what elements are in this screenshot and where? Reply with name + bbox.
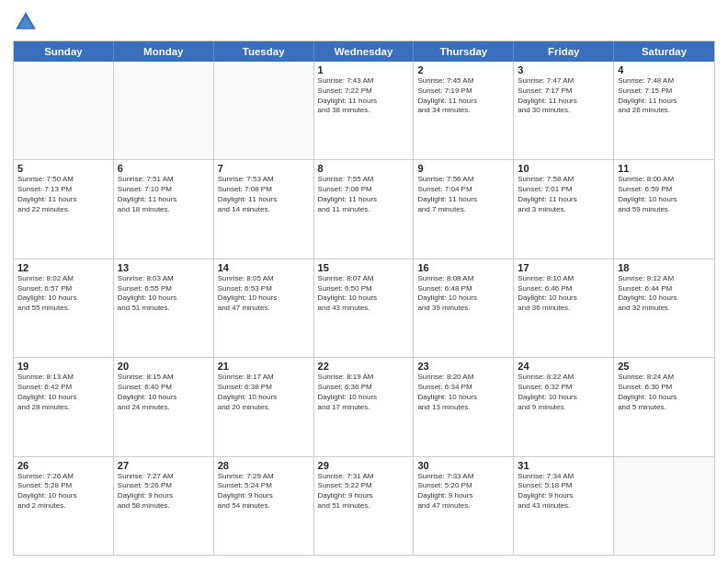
day-number: 25 (618, 361, 711, 372)
day-number: 23 (417, 361, 509, 372)
cell-daylight-info: Sunrise: 8:12 AM Sunset: 6:44 PM Dayligh… (618, 274, 711, 314)
day-number: 3 (518, 64, 609, 75)
calendar-cell: 11Sunrise: 8:00 AM Sunset: 6:59 PM Dayli… (614, 160, 714, 258)
calendar-cell (114, 62, 214, 159)
calendar-cell: 1Sunrise: 7:43 AM Sunset: 7:22 PM Daylig… (314, 62, 415, 159)
calendar-cell (214, 62, 314, 159)
logo-icon (13, 9, 39, 35)
day-number: 12 (17, 262, 109, 273)
calendar-cell: 6Sunrise: 7:51 AM Sunset: 7:10 PM Daylig… (114, 160, 214, 258)
cell-daylight-info: Sunrise: 8:20 AM Sunset: 6:34 PM Dayligh… (417, 373, 509, 412)
calendar-cell: 17Sunrise: 8:10 AM Sunset: 6:46 PM Dayli… (514, 259, 614, 357)
calendar-cell: 15Sunrise: 8:07 AM Sunset: 6:50 PM Dayli… (314, 259, 415, 357)
day-number: 6 (118, 163, 210, 174)
cell-daylight-info: Sunrise: 7:29 AM Sunset: 5:24 PM Dayligh… (218, 472, 310, 511)
logo (13, 9, 42, 35)
calendar-cell: 26Sunrise: 7:26 AM Sunset: 5:28 PM Dayli… (14, 457, 114, 555)
cell-daylight-info: Sunrise: 7:53 AM Sunset: 7:08 PM Dayligh… (218, 175, 310, 214)
day-number: 27 (118, 460, 210, 471)
calendar-cell: 5Sunrise: 7:50 AM Sunset: 7:13 PM Daylig… (14, 160, 114, 258)
day-number: 16 (417, 262, 509, 273)
cell-daylight-info: Sunrise: 8:10 AM Sunset: 6:46 PM Dayligh… (518, 274, 609, 314)
cell-daylight-info: Sunrise: 7:26 AM Sunset: 5:28 PM Dayligh… (17, 472, 109, 511)
day-number: 14 (218, 262, 310, 273)
cell-daylight-info: Sunrise: 8:15 AM Sunset: 6:40 PM Dayligh… (118, 373, 210, 412)
day-number: 22 (318, 361, 410, 372)
calendar-cell: 28Sunrise: 7:29 AM Sunset: 5:24 PM Dayli… (214, 457, 314, 555)
cell-daylight-info: Sunrise: 7:45 AM Sunset: 7:19 PM Dayligh… (417, 76, 509, 116)
day-number: 7 (218, 163, 310, 174)
day-number: 9 (417, 163, 509, 174)
cell-daylight-info: Sunrise: 7:43 AM Sunset: 7:22 PM Dayligh… (318, 76, 410, 116)
calendar-cell: 4Sunrise: 7:48 AM Sunset: 7:15 PM Daylig… (614, 62, 714, 159)
calendar-cell: 8Sunrise: 7:55 AM Sunset: 7:06 PM Daylig… (314, 160, 415, 258)
calendar-cell: 24Sunrise: 8:22 AM Sunset: 6:32 PM Dayli… (514, 358, 614, 455)
day-number: 26 (17, 460, 109, 471)
cell-daylight-info: Sunrise: 8:05 AM Sunset: 6:53 PM Dayligh… (218, 274, 310, 314)
header-day-tuesday: Tuesday (214, 41, 314, 62)
calendar-cell: 9Sunrise: 7:56 AM Sunset: 7:04 PM Daylig… (414, 160, 514, 258)
header-day-monday: Monday (114, 41, 214, 62)
day-number: 29 (318, 460, 410, 471)
cell-daylight-info: Sunrise: 7:58 AM Sunset: 7:01 PM Dayligh… (518, 175, 609, 214)
calendar-cell: 20Sunrise: 8:15 AM Sunset: 6:40 PM Dayli… (114, 358, 214, 455)
cell-daylight-info: Sunrise: 8:07 AM Sunset: 6:50 PM Dayligh… (318, 274, 410, 314)
calendar-cell: 12Sunrise: 8:02 AM Sunset: 6:57 PM Dayli… (14, 259, 114, 357)
calendar-cell: 18Sunrise: 8:12 AM Sunset: 6:44 PM Dayli… (614, 259, 714, 357)
calendar-cell: 23Sunrise: 8:20 AM Sunset: 6:34 PM Dayli… (414, 358, 514, 455)
header-day-thursday: Thursday (414, 41, 514, 62)
calendar-cell: 14Sunrise: 8:05 AM Sunset: 6:53 PM Dayli… (214, 259, 314, 357)
day-number: 28 (218, 460, 310, 471)
cell-daylight-info: Sunrise: 8:13 AM Sunset: 6:42 PM Dayligh… (17, 373, 109, 412)
cell-daylight-info: Sunrise: 7:34 AM Sunset: 5:18 PM Dayligh… (518, 472, 609, 511)
day-number: 5 (17, 163, 109, 174)
day-number: 11 (618, 163, 711, 174)
day-number: 4 (618, 64, 711, 75)
calendar: SundayMondayTuesdayWednesdayThursdayFrid… (13, 40, 715, 556)
calendar-week-4: 19Sunrise: 8:13 AM Sunset: 6:42 PM Dayli… (14, 358, 714, 456)
calendar-week-3: 12Sunrise: 8:02 AM Sunset: 6:57 PM Dayli… (14, 259, 714, 358)
cell-daylight-info: Sunrise: 8:03 AM Sunset: 6:55 PM Dayligh… (118, 274, 210, 314)
calendar-cell: 22Sunrise: 8:19 AM Sunset: 6:36 PM Dayli… (314, 358, 415, 455)
day-number: 21 (218, 361, 310, 372)
cell-daylight-info: Sunrise: 7:50 AM Sunset: 7:13 PM Dayligh… (17, 175, 109, 214)
cell-daylight-info: Sunrise: 8:00 AM Sunset: 6:59 PM Dayligh… (618, 175, 711, 214)
calendar-week-5: 26Sunrise: 7:26 AM Sunset: 5:28 PM Dayli… (14, 457, 714, 555)
day-number: 31 (518, 460, 609, 471)
calendar-cell: 13Sunrise: 8:03 AM Sunset: 6:55 PM Dayli… (114, 259, 214, 357)
day-number: 10 (518, 163, 609, 174)
day-number: 19 (17, 361, 109, 372)
cell-daylight-info: Sunrise: 7:33 AM Sunset: 5:20 PM Dayligh… (417, 472, 509, 511)
calendar-cell: 10Sunrise: 7:58 AM Sunset: 7:01 PM Dayli… (514, 160, 614, 258)
cell-daylight-info: Sunrise: 7:56 AM Sunset: 7:04 PM Dayligh… (417, 175, 509, 214)
calendar-cell: 29Sunrise: 7:31 AM Sunset: 5:22 PM Dayli… (314, 457, 415, 555)
day-number: 1 (318, 64, 410, 75)
calendar-header: SundayMondayTuesdayWednesdayThursdayFrid… (14, 41, 714, 62)
cell-daylight-info: Sunrise: 8:17 AM Sunset: 6:38 PM Dayligh… (218, 373, 310, 412)
calendar-cell (14, 62, 114, 159)
calendar-cell: 31Sunrise: 7:34 AM Sunset: 5:18 PM Dayli… (514, 457, 614, 555)
header (13, 9, 715, 35)
calendar-cell: 2Sunrise: 7:45 AM Sunset: 7:19 PM Daylig… (414, 62, 514, 159)
cell-daylight-info: Sunrise: 8:08 AM Sunset: 6:48 PM Dayligh… (417, 274, 509, 314)
day-number: 13 (118, 262, 210, 273)
page: SundayMondayTuesdayWednesdayThursdayFrid… (0, 0, 728, 563)
day-number: 17 (518, 262, 609, 273)
calendar-week-1: 1Sunrise: 7:43 AM Sunset: 7:22 PM Daylig… (14, 62, 714, 160)
calendar-cell: 16Sunrise: 8:08 AM Sunset: 6:48 PM Dayli… (414, 259, 514, 357)
calendar-cell: 30Sunrise: 7:33 AM Sunset: 5:20 PM Dayli… (414, 457, 514, 555)
calendar-cell: 27Sunrise: 7:27 AM Sunset: 5:26 PM Dayli… (114, 457, 214, 555)
day-number: 20 (118, 361, 210, 372)
day-number: 24 (518, 361, 609, 372)
day-number: 8 (318, 163, 410, 174)
calendar-cell: 21Sunrise: 8:17 AM Sunset: 6:38 PM Dayli… (214, 358, 314, 455)
calendar-cell: 25Sunrise: 8:24 AM Sunset: 6:30 PM Dayli… (614, 358, 714, 455)
cell-daylight-info: Sunrise: 7:47 AM Sunset: 7:17 PM Dayligh… (518, 76, 609, 116)
cell-daylight-info: Sunrise: 8:22 AM Sunset: 6:32 PM Dayligh… (518, 373, 609, 412)
cell-daylight-info: Sunrise: 8:24 AM Sunset: 6:30 PM Dayligh… (618, 373, 711, 412)
cell-daylight-info: Sunrise: 8:02 AM Sunset: 6:57 PM Dayligh… (17, 274, 109, 314)
calendar-cell (614, 457, 714, 555)
cell-daylight-info: Sunrise: 7:48 AM Sunset: 7:15 PM Dayligh… (618, 76, 711, 116)
cell-daylight-info: Sunrise: 7:51 AM Sunset: 7:10 PM Dayligh… (118, 175, 210, 214)
day-number: 30 (417, 460, 509, 471)
